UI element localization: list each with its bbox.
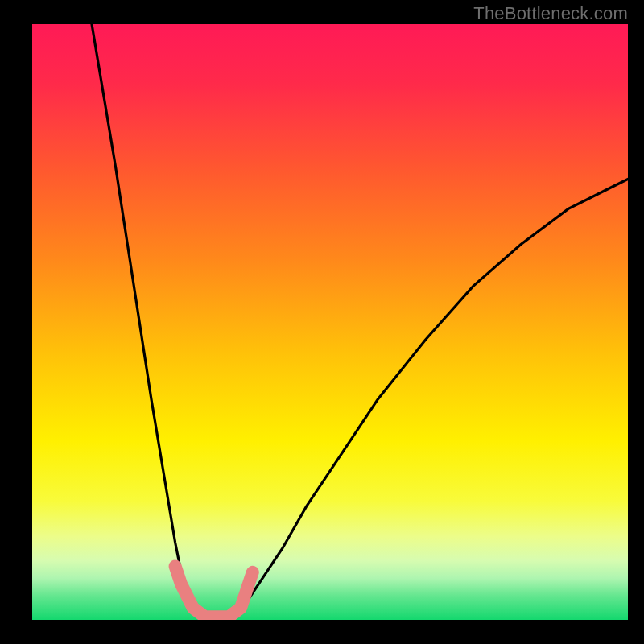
curve-left-branch xyxy=(92,24,199,614)
curve-pink-segment xyxy=(175,566,253,617)
watermark-text: TheBottleneck.com xyxy=(473,3,628,24)
bottleneck-curve xyxy=(32,24,628,620)
curve-right-branch xyxy=(235,179,628,613)
plot-area xyxy=(32,24,628,620)
chart-frame xyxy=(32,24,628,620)
